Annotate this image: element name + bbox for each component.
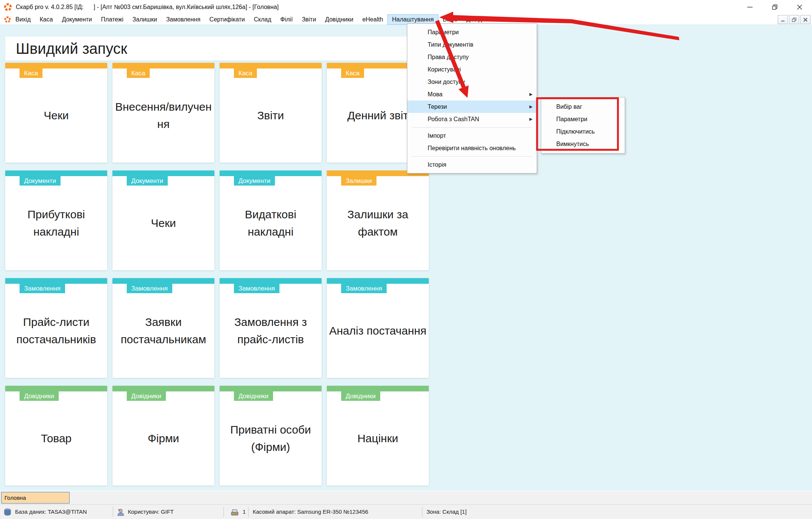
tile-category-strip [112, 63, 214, 68]
mdi-close-icon [803, 17, 808, 22]
window-minimize-button[interactable] [738, 0, 762, 14]
mdi-restore-icon [792, 17, 797, 22]
menu-vykhid[interactable]: Вихід [11, 15, 35, 24]
status-bar: База даних: TASA3@TITAN Користувач: GIFT… [0, 504, 812, 519]
scales-submenu: Вибір ваг Параметри Підключитись Вимкнут… [541, 97, 625, 154]
page-title: Швидкий запуск [5, 40, 127, 57]
tile-cheky-dokumenty[interactable]: Чеки Документи [112, 170, 214, 270]
tile-title: Приватні особи (Фірми) [220, 391, 322, 486]
tile-firmy[interactable]: Фірми Довідники [112, 386, 214, 486]
tile-category-tag: Каса [234, 68, 257, 78]
tile-pryvatni-osoby[interactable]: Приватні особи (Фірми) Довідники [220, 386, 322, 486]
tile-zalyshky-za-faktom[interactable]: Залишки за фактом Залишки [327, 170, 429, 270]
menu-zamovlennia[interactable]: Замовлення [162, 15, 205, 24]
tile-category-tag: Довідники [234, 391, 273, 401]
tile-prybutkovi-nakladni[interactable]: Прибуткові накладні Документи [5, 170, 107, 270]
menu-item-perevirity-onovlennia[interactable]: Перевірити наявність оновлень [407, 142, 537, 154]
tile-category-strip [112, 170, 214, 176]
quick-launch-grid: Чеки Каса Внесення/вилучен ня Каса Звіти… [5, 63, 429, 486]
mdi-minimize-button[interactable] [778, 15, 788, 24]
tile-category-strip [5, 63, 107, 68]
menu-dovidnyky[interactable]: Довідники [320, 15, 358, 24]
menu-bar: Вихід Каса Документи Платежі Залишки Зам… [0, 14, 812, 25]
menu-zvity[interactable]: Звіти [297, 15, 320, 24]
tile-category-tag: Каса [127, 68, 150, 78]
status-separator [223, 507, 224, 517]
tile-category-tag: Документи [127, 176, 168, 186]
menu-nalashtuvannia[interactable]: Налаштування [388, 15, 439, 24]
menu-item-zony-dostupu[interactable]: Зони доступу [407, 76, 537, 88]
menu-item-parametry[interactable]: Параметри [407, 26, 537, 38]
tile-category-strip [112, 278, 214, 284]
menu-item-robota-z-cashtan[interactable]: Робота з CashTAN ▶ [407, 113, 537, 125]
menu-sertyfikaty[interactable]: Сертифікати [205, 15, 249, 24]
app-logo-icon-small [4, 16, 11, 23]
menu-item-istoriia[interactable]: Історія [407, 158, 537, 171]
tile-cheky-kasa[interactable]: Чеки Каса [5, 63, 107, 163]
tile-zamovlennia-z-prais-lystiv[interactable]: Замовлення з прайс-листів Замовлення [220, 278, 322, 378]
menu-item-label: Терези [428, 103, 447, 110]
database-icon [3, 508, 12, 516]
menu-dovidka[interactable]: Довідка [462, 15, 493, 24]
status-separator [248, 507, 249, 517]
menu-item-terezy[interactable]: Терези ▶ [407, 100, 537, 113]
tile-category-strip [220, 63, 322, 68]
tile-category-strip [5, 386, 107, 391]
menu-dokumenty[interactable]: Документи [58, 15, 97, 24]
tile-title: Прайс-листи постачальників [5, 284, 107, 378]
menu-item-mova[interactable]: Мова ▶ [407, 88, 537, 100]
tile-category-tag: Документи [20, 176, 61, 186]
submenu-item-parametry[interactable]: Параметри [541, 113, 625, 125]
submenu-item-vybir-vah[interactable]: Вибір ваг [541, 100, 625, 113]
menu-separator [412, 156, 532, 157]
submenu-item-vymknutys[interactable]: Вимкнутись [541, 138, 625, 150]
menu-item-korystuvachi[interactable]: Користувачі [407, 63, 537, 76]
tile-category-tag: Замовлення [127, 284, 172, 293]
mdi-restore-button[interactable] [789, 15, 799, 24]
tile-title: Внесення/вилучен ня [112, 68, 214, 163]
status-cash-register: Касовий апарат: Samsung ER-350 №123456 [253, 505, 368, 519]
window-close-button[interactable] [787, 0, 812, 14]
status-user: Користувач: GIFT [128, 505, 174, 519]
tile-category-strip [220, 278, 322, 284]
menu-item-label: Мова [428, 91, 443, 97]
submenu-item-pidkliuchytys[interactable]: Підключитись [541, 125, 625, 138]
title-bar: Скарб pro v. 4.0.2.85 [ІД: ] - [Апт №003… [0, 0, 812, 14]
tile-title: Звіти [220, 68, 322, 163]
tile-natsinky[interactable]: Націнки Довідники [327, 386, 429, 486]
minimize-icon [746, 3, 754, 11]
tile-title: Видаткові накладні [220, 176, 322, 270]
menu-vikno[interactable]: Вікно [438, 15, 462, 24]
tile-zvity-kasa[interactable]: Звіти Каса [220, 63, 322, 163]
tab-holovna[interactable]: Головна [1, 492, 70, 504]
tile-prais-lysty-postachalnykiv[interactable]: Прайс-листи постачальників Замовлення [5, 278, 107, 378]
tile-tovar[interactable]: Товар Довідники [5, 386, 107, 486]
menu-ehealth[interactable]: eHealth [358, 15, 387, 24]
menu-kasa[interactable]: Каса [35, 15, 58, 24]
menu-filii[interactable]: Філії [276, 15, 297, 24]
tile-category-strip [327, 386, 429, 391]
tile-analiz-postachannia[interactable]: Аналіз постачання Замовлення [327, 278, 429, 378]
mdi-minimize-icon [780, 17, 785, 22]
menu-sklad[interactable]: Склад [249, 15, 276, 24]
menu-platezhi[interactable]: Платежі [97, 15, 128, 24]
tab-row: Головна [0, 491, 812, 504]
tile-vnesennia-vyluchennia[interactable]: Внесення/вилучен ня Каса [112, 63, 214, 163]
main-area: Швидкий запуск Чеки Каса Внесення/вилуче… [0, 25, 812, 491]
user-icon [117, 508, 125, 516]
tile-category-tag: Каса [341, 68, 364, 78]
window-restore-button[interactable] [762, 0, 787, 14]
menu-zalyshky[interactable]: Залишки [128, 15, 162, 24]
tile-zaiavky-postachalnykam[interactable]: Заявки постачальникам Замовлення [112, 278, 214, 378]
tile-title: Заявки постачальникам [112, 284, 214, 378]
menu-item-typy-dokumentiv[interactable]: Типи документів [407, 38, 537, 51]
app-logo-icon [4, 3, 12, 11]
menu-separator [412, 127, 532, 128]
status-device-count: 1 [243, 505, 246, 519]
tile-vydatkovi-nakladni[interactable]: Видаткові накладні Документи [220, 170, 322, 270]
tile-title: Націнки [327, 391, 429, 486]
mdi-close-button[interactable] [800, 15, 810, 24]
menu-item-label: Робота з CashTAN [428, 116, 479, 122]
menu-item-import[interactable]: Імпорт [407, 129, 537, 142]
menu-item-prava-dostupu[interactable]: Права доступу [407, 51, 537, 63]
